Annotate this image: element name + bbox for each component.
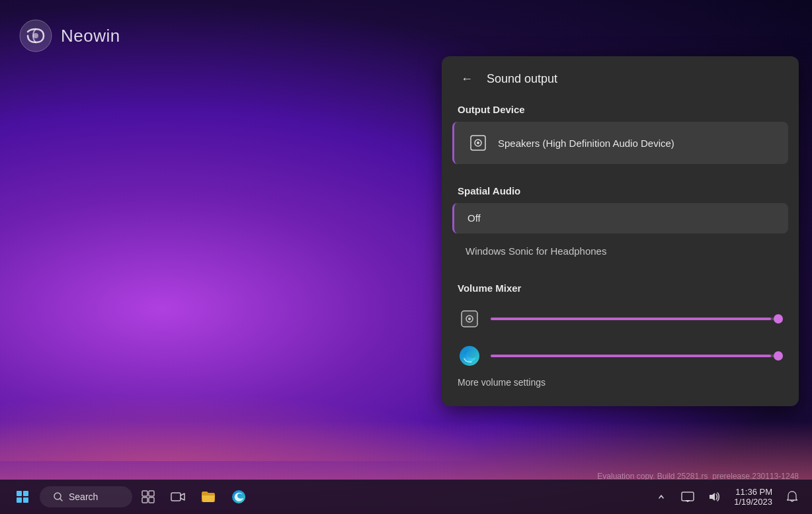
clock-date: 1/19/2023	[734, 497, 772, 507]
task-view-icon	[142, 490, 155, 503]
display-icon	[681, 492, 694, 502]
neowin-logo-icon	[19, 19, 53, 53]
svg-rect-13	[142, 497, 147, 503]
windows-icon	[17, 491, 28, 503]
edge-audio-icon	[458, 344, 481, 368]
edge-taskbar-button[interactable]	[225, 486, 253, 508]
tray-overflow-button[interactable]	[649, 485, 673, 509]
neowin-logo: Neowin	[19, 19, 120, 53]
start-button[interactable]	[8, 482, 37, 511]
svg-rect-17	[682, 492, 694, 501]
search-icon	[53, 492, 63, 502]
taskbar-right: 11:36 PM 1/19/2023	[649, 484, 804, 509]
speaker-icon	[467, 132, 489, 153]
svg-line-10	[60, 499, 62, 501]
volume-mixer-section: Volume Mixer	[442, 272, 799, 406]
spatial-audio-label: Spatial Audio	[442, 180, 799, 203]
clock-area[interactable]: 11:36 PM 1/19/2023	[729, 484, 778, 509]
svg-point-1	[33, 33, 38, 38]
svg-point-16	[232, 490, 245, 503]
spatial-windows-sonic-item[interactable]: Windows Sonic for Headphones	[452, 236, 788, 267]
spatial-off-text: Off	[467, 212, 481, 224]
svg-rect-15	[171, 493, 181, 501]
panel-title: Sound output	[487, 72, 557, 86]
svg-point-7	[468, 318, 471, 320]
edge-volume-row	[442, 337, 799, 374]
device-name-text: Speakers (High Definition Audio Device)	[498, 138, 674, 149]
clock-time: 11:36 PM	[735, 487, 772, 497]
output-device-label: Output Device	[442, 99, 799, 122]
neowin-name: Neowin	[61, 26, 120, 46]
system-audio-icon	[458, 307, 481, 331]
edge-volume-thumb[interactable]	[774, 351, 783, 361]
taskbar-left: Search	[8, 482, 253, 511]
svg-rect-11	[142, 491, 147, 496]
svg-rect-14	[149, 497, 154, 503]
svg-rect-12	[149, 491, 154, 496]
output-device-item[interactable]: Speakers (High Definition Audio Device)	[452, 122, 788, 164]
search-label: Search	[69, 492, 98, 502]
edge-volume-slider[interactable]	[491, 349, 783, 363]
svg-point-4	[477, 142, 479, 144]
search-button[interactable]: Search	[40, 486, 132, 507]
chevron-up-icon	[658, 492, 665, 502]
task-view-button[interactable]	[135, 486, 161, 507]
svg-point-8	[460, 346, 479, 366]
system-volume-track	[491, 318, 783, 320]
volume-icon	[708, 492, 720, 502]
volume-mixer-label: Volume Mixer	[442, 277, 799, 300]
meet-button[interactable]	[164, 486, 192, 508]
notification-button[interactable]	[780, 485, 804, 509]
display-icon-button[interactable]	[676, 485, 700, 509]
more-volume-settings-link[interactable]: More volume settings	[442, 374, 799, 393]
taskbar: Search	[0, 480, 812, 514]
system-volume-thumb[interactable]	[774, 314, 783, 323]
system-volume-row	[442, 300, 799, 337]
spatial-off-item[interactable]: Off	[452, 203, 788, 234]
volume-tray-button[interactable]	[702, 485, 726, 509]
system-volume-slider[interactable]	[491, 312, 783, 325]
edge-taskbar-icon	[231, 490, 246, 504]
desktop: Neowin Evaluation copy. Build 25281.rs_p…	[0, 0, 812, 514]
file-explorer-button[interactable]	[194, 486, 222, 507]
edge-volume-fill	[491, 355, 771, 357]
spatial-audio-section: Spatial Audio Off Windows Sonic for Head…	[442, 169, 799, 267]
notification-icon	[787, 491, 797, 503]
spatial-windows-sonic-text: Windows Sonic for Headphones	[466, 245, 606, 257]
edge-volume-track	[491, 355, 783, 357]
sound-output-panel: ← Sound output Output Device Speakers (H…	[442, 56, 799, 406]
back-button[interactable]: ←	[458, 69, 476, 88]
panel-header: ← Sound output	[442, 56, 799, 99]
meet-icon	[171, 490, 185, 504]
folder-icon	[201, 490, 216, 503]
system-volume-fill	[491, 318, 771, 320]
